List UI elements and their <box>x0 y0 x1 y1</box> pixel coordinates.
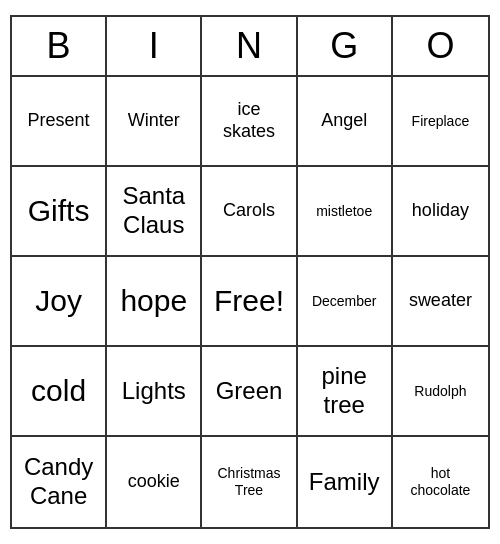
bingo-cell-18[interactable]: pinetree <box>298 347 393 437</box>
header-letter-g: G <box>298 17 393 75</box>
bingo-cell-13[interactable]: December <box>298 257 393 347</box>
cell-text-9: holiday <box>412 200 469 222</box>
cell-text-4: Fireplace <box>412 113 470 130</box>
cell-text-11: hope <box>120 283 187 319</box>
bingo-cell-24[interactable]: hotchocolate <box>393 437 488 527</box>
cell-text-19: Rudolph <box>414 383 466 400</box>
bingo-cell-17[interactable]: Green <box>202 347 297 437</box>
bingo-cell-22[interactable]: ChristmasTree <box>202 437 297 527</box>
bingo-cell-4[interactable]: Fireplace <box>393 77 488 167</box>
bingo-grid: PresentWintericeskatesAngelFireplaceGift… <box>12 77 488 527</box>
cell-text-24: hotchocolate <box>410 465 470 499</box>
cell-text-15: cold <box>31 373 86 409</box>
bingo-cell-0[interactable]: Present <box>12 77 107 167</box>
cell-text-22: ChristmasTree <box>217 465 280 499</box>
cell-text-10: Joy <box>35 283 82 319</box>
cell-text-13: December <box>312 293 377 310</box>
bingo-cell-15[interactable]: cold <box>12 347 107 437</box>
cell-text-18: pinetree <box>322 362 367 420</box>
header-letter-o: O <box>393 17 488 75</box>
cell-text-12: Free! <box>214 283 284 319</box>
bingo-cell-9[interactable]: holiday <box>393 167 488 257</box>
bingo-cell-10[interactable]: Joy <box>12 257 107 347</box>
bingo-header: BINGO <box>12 17 488 77</box>
cell-text-8: mistletoe <box>316 203 372 220</box>
cell-text-1: Winter <box>128 110 180 132</box>
bingo-cell-21[interactable]: cookie <box>107 437 202 527</box>
bingo-card: BINGO PresentWintericeskatesAngelFirepla… <box>10 15 490 529</box>
header-letter-n: N <box>202 17 297 75</box>
bingo-cell-19[interactable]: Rudolph <box>393 347 488 437</box>
bingo-cell-12[interactable]: Free! <box>202 257 297 347</box>
cell-text-17: Green <box>216 377 283 406</box>
bingo-cell-23[interactable]: Family <box>298 437 393 527</box>
cell-text-23: Family <box>309 468 380 497</box>
cell-text-16: Lights <box>122 377 186 406</box>
cell-text-2: iceskates <box>223 99 275 142</box>
bingo-cell-14[interactable]: sweater <box>393 257 488 347</box>
bingo-cell-5[interactable]: Gifts <box>12 167 107 257</box>
header-letter-i: I <box>107 17 202 75</box>
bingo-cell-1[interactable]: Winter <box>107 77 202 167</box>
cell-text-3: Angel <box>321 110 367 132</box>
cell-text-5: Gifts <box>28 193 90 229</box>
bingo-cell-16[interactable]: Lights <box>107 347 202 437</box>
bingo-cell-11[interactable]: hope <box>107 257 202 347</box>
bingo-cell-7[interactable]: Carols <box>202 167 297 257</box>
cell-text-6: SantaClaus <box>122 182 185 240</box>
cell-text-0: Present <box>28 110 90 132</box>
cell-text-14: sweater <box>409 290 472 312</box>
bingo-cell-2[interactable]: iceskates <box>202 77 297 167</box>
bingo-cell-6[interactable]: SantaClaus <box>107 167 202 257</box>
cell-text-20: CandyCane <box>24 453 93 511</box>
cell-text-7: Carols <box>223 200 275 222</box>
bingo-cell-8[interactable]: mistletoe <box>298 167 393 257</box>
cell-text-21: cookie <box>128 471 180 493</box>
bingo-cell-3[interactable]: Angel <box>298 77 393 167</box>
header-letter-b: B <box>12 17 107 75</box>
bingo-cell-20[interactable]: CandyCane <box>12 437 107 527</box>
